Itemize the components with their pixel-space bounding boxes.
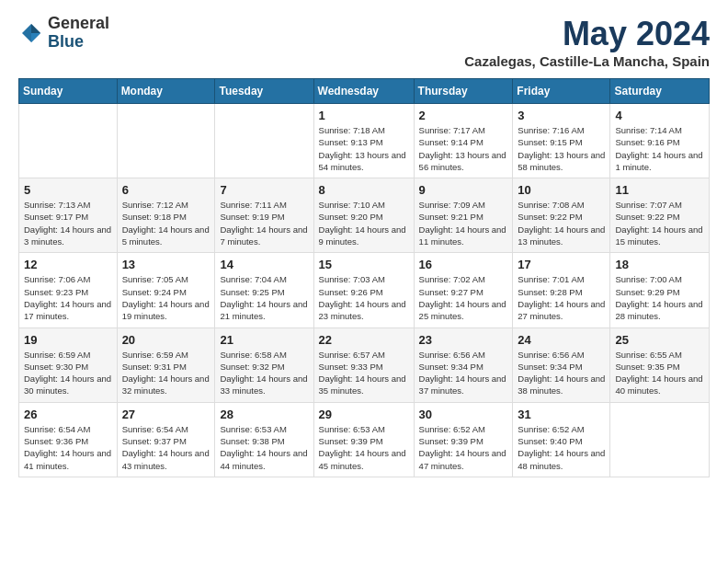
day-cell-w5-d3: 28Sunrise: 6:53 AMSunset: 9:38 PMDayligh…: [215, 402, 313, 477]
logo-general-text: General: [48, 15, 109, 33]
day-info-8: Sunrise: 7:10 AMSunset: 9:20 PMDaylight:…: [319, 199, 409, 247]
day-info-3: Sunrise: 7:16 AMSunset: 9:15 PMDaylight:…: [518, 124, 605, 173]
day-cell-w4-d2: 20Sunrise: 6:59 AMSunset: 9:31 PMDayligh…: [117, 327, 215, 402]
day-info-4: Sunrise: 7:14 AMSunset: 9:16 PMDaylight:…: [615, 124, 704, 173]
logo: General Blue: [18, 15, 109, 52]
day-info-15: Sunrise: 7:03 AMSunset: 9:26 PMDaylight:…: [319, 273, 409, 322]
day-number-9: 9: [419, 183, 508, 197]
day-info-7: Sunrise: 7:11 AMSunset: 9:19 PMDaylight:…: [220, 199, 308, 247]
calendar-header: Sunday Monday Tuesday Wednesday Thursday…: [19, 79, 710, 104]
day-cell-w4-d6: 24Sunrise: 6:56 AMSunset: 9:34 PMDayligh…: [513, 327, 610, 402]
day-number-13: 13: [122, 258, 210, 271]
day-info-30: Sunrise: 6:52 AMSunset: 9:39 PMDaylight:…: [419, 423, 508, 472]
day-number-8: 8: [319, 183, 409, 197]
day-info-9: Sunrise: 7:09 AMSunset: 9:21 PMDaylight:…: [419, 199, 508, 247]
day-cell-w2-d2: 6Sunrise: 7:12 AMSunset: 9:18 PMDaylight…: [117, 178, 215, 253]
day-cell-w4-d5: 23Sunrise: 6:56 AMSunset: 9:34 PMDayligh…: [414, 327, 513, 402]
col-monday: Monday: [117, 79, 215, 104]
day-cell-w3-d3: 14Sunrise: 7:04 AMSunset: 9:25 PMDayligh…: [215, 253, 313, 327]
col-saturday: Saturday: [610, 79, 710, 104]
week-row-1: 1Sunrise: 7:18 AMSunset: 9:13 PMDaylight…: [19, 104, 710, 178]
day-cell-w5-d6: 31Sunrise: 6:52 AMSunset: 9:40 PMDayligh…: [513, 402, 610, 477]
day-cell-w1-d3: [215, 104, 313, 178]
day-info-26: Sunrise: 6:54 AMSunset: 9:36 PMDaylight:…: [24, 423, 112, 472]
col-friday: Friday: [513, 79, 610, 104]
day-info-5: Sunrise: 7:13 AMSunset: 9:17 PMDaylight:…: [24, 199, 112, 247]
day-cell-w2-d6: 10Sunrise: 7:08 AMSunset: 9:22 PMDayligh…: [513, 178, 610, 253]
day-info-23: Sunrise: 6:56 AMSunset: 9:34 PMDaylight:…: [419, 349, 508, 397]
day-info-22: Sunrise: 6:57 AMSunset: 9:33 PMDaylight:…: [319, 349, 409, 397]
day-cell-w5-d2: 27Sunrise: 6:54 AMSunset: 9:37 PMDayligh…: [117, 402, 215, 477]
day-cell-w1-d5: 2Sunrise: 7:17 AMSunset: 9:14 PMDaylight…: [414, 104, 513, 178]
day-cell-w3-d6: 17Sunrise: 7:01 AMSunset: 9:28 PMDayligh…: [513, 253, 610, 327]
day-cell-w1-d7: 4Sunrise: 7:14 AMSunset: 9:16 PMDaylight…: [610, 104, 710, 178]
day-cell-w2-d5: 9Sunrise: 7:09 AMSunset: 9:21 PMDaylight…: [414, 178, 513, 253]
day-number-1: 1: [319, 109, 409, 122]
day-number-29: 29: [319, 408, 409, 421]
col-tuesday: Tuesday: [215, 79, 313, 104]
calendar-body: 1Sunrise: 7:18 AMSunset: 9:13 PMDaylight…: [19, 104, 710, 477]
day-cell-w3-d1: 12Sunrise: 7:06 AMSunset: 9:23 PMDayligh…: [19, 253, 118, 327]
day-number-14: 14: [220, 258, 308, 271]
day-cell-w3-d7: 18Sunrise: 7:00 AMSunset: 9:29 PMDayligh…: [610, 253, 710, 327]
day-cell-w3-d4: 15Sunrise: 7:03 AMSunset: 9:26 PMDayligh…: [313, 253, 414, 327]
day-info-18: Sunrise: 7:00 AMSunset: 9:29 PMDaylight:…: [615, 273, 704, 322]
header: General Blue May 2024 Cazalegas, Castill…: [18, 15, 710, 69]
day-number-20: 20: [122, 333, 210, 347]
day-cell-w4-d3: 21Sunrise: 6:58 AMSunset: 9:32 PMDayligh…: [215, 327, 313, 402]
day-info-10: Sunrise: 7:08 AMSunset: 9:22 PMDaylight:…: [518, 199, 605, 247]
day-cell-w4-d1: 19Sunrise: 6:59 AMSunset: 9:30 PMDayligh…: [19, 327, 118, 402]
col-sunday: Sunday: [19, 79, 118, 104]
day-number-23: 23: [419, 333, 508, 347]
day-number-31: 31: [518, 408, 605, 421]
day-number-5: 5: [24, 183, 112, 197]
day-cell-w4-d7: 25Sunrise: 6:55 AMSunset: 9:35 PMDayligh…: [610, 327, 710, 402]
day-info-11: Sunrise: 7:07 AMSunset: 9:22 PMDaylight:…: [615, 199, 704, 247]
day-number-3: 3: [518, 109, 605, 122]
day-cell-w1-d1: [19, 104, 118, 178]
day-number-22: 22: [319, 333, 409, 347]
day-number-17: 17: [518, 258, 605, 271]
col-wednesday: Wednesday: [313, 79, 414, 104]
day-number-12: 12: [24, 258, 112, 271]
day-cell-w2-d7: 11Sunrise: 7:07 AMSunset: 9:22 PMDayligh…: [610, 178, 710, 253]
day-info-14: Sunrise: 7:04 AMSunset: 9:25 PMDaylight:…: [220, 273, 308, 322]
day-number-10: 10: [518, 183, 605, 197]
logo-icon: [18, 20, 44, 46]
title-area: May 2024 Cazalegas, Castille-La Mancha, …: [464, 15, 710, 69]
day-cell-w5-d1: 26Sunrise: 6:54 AMSunset: 9:36 PMDayligh…: [19, 402, 118, 477]
day-info-31: Sunrise: 6:52 AMSunset: 9:40 PMDaylight:…: [518, 423, 605, 472]
col-thursday: Thursday: [414, 79, 513, 104]
header-row: Sunday Monday Tuesday Wednesday Thursday…: [19, 79, 710, 104]
day-number-4: 4: [615, 109, 704, 122]
day-info-20: Sunrise: 6:59 AMSunset: 9:31 PMDaylight:…: [122, 349, 210, 397]
day-number-7: 7: [220, 183, 308, 197]
week-row-3: 12Sunrise: 7:06 AMSunset: 9:23 PMDayligh…: [19, 253, 710, 327]
location-subtitle: Cazalegas, Castille-La Mancha, Spain: [464, 53, 710, 69]
day-info-16: Sunrise: 7:02 AMSunset: 9:27 PMDaylight:…: [419, 273, 508, 322]
day-info-27: Sunrise: 6:54 AMSunset: 9:37 PMDaylight:…: [122, 423, 210, 472]
day-cell-w2-d3: 7Sunrise: 7:11 AMSunset: 9:19 PMDaylight…: [215, 178, 313, 253]
logo-text: General Blue: [48, 15, 109, 52]
day-cell-w4-d4: 22Sunrise: 6:57 AMSunset: 9:33 PMDayligh…: [313, 327, 414, 402]
week-row-4: 19Sunrise: 6:59 AMSunset: 9:30 PMDayligh…: [19, 327, 710, 402]
day-cell-w3-d5: 16Sunrise: 7:02 AMSunset: 9:27 PMDayligh…: [414, 253, 513, 327]
day-number-21: 21: [220, 333, 308, 347]
day-cell-w5-d4: 29Sunrise: 6:53 AMSunset: 9:39 PMDayligh…: [313, 402, 414, 477]
day-number-26: 26: [24, 408, 112, 421]
day-cell-w1-d2: [117, 104, 215, 178]
day-info-13: Sunrise: 7:05 AMSunset: 9:24 PMDaylight:…: [122, 273, 210, 322]
day-info-28: Sunrise: 6:53 AMSunset: 9:38 PMDaylight:…: [220, 423, 308, 472]
day-info-24: Sunrise: 6:56 AMSunset: 9:34 PMDaylight:…: [518, 349, 605, 397]
day-cell-w2-d1: 5Sunrise: 7:13 AMSunset: 9:17 PMDaylight…: [19, 178, 118, 253]
day-info-6: Sunrise: 7:12 AMSunset: 9:18 PMDaylight:…: [122, 199, 210, 247]
day-info-17: Sunrise: 7:01 AMSunset: 9:28 PMDaylight:…: [518, 273, 605, 322]
logo-blue-text: Blue: [48, 33, 109, 52]
calendar-table: Sunday Monday Tuesday Wednesday Thursday…: [18, 78, 710, 477]
day-cell-w1-d4: 1Sunrise: 7:18 AMSunset: 9:13 PMDaylight…: [313, 104, 414, 178]
day-cell-w5-d7: [610, 402, 710, 477]
day-info-19: Sunrise: 6:59 AMSunset: 9:30 PMDaylight:…: [24, 349, 112, 397]
day-number-16: 16: [419, 258, 508, 271]
day-info-12: Sunrise: 7:06 AMSunset: 9:23 PMDaylight:…: [24, 273, 112, 322]
day-info-25: Sunrise: 6:55 AMSunset: 9:35 PMDaylight:…: [615, 349, 704, 397]
